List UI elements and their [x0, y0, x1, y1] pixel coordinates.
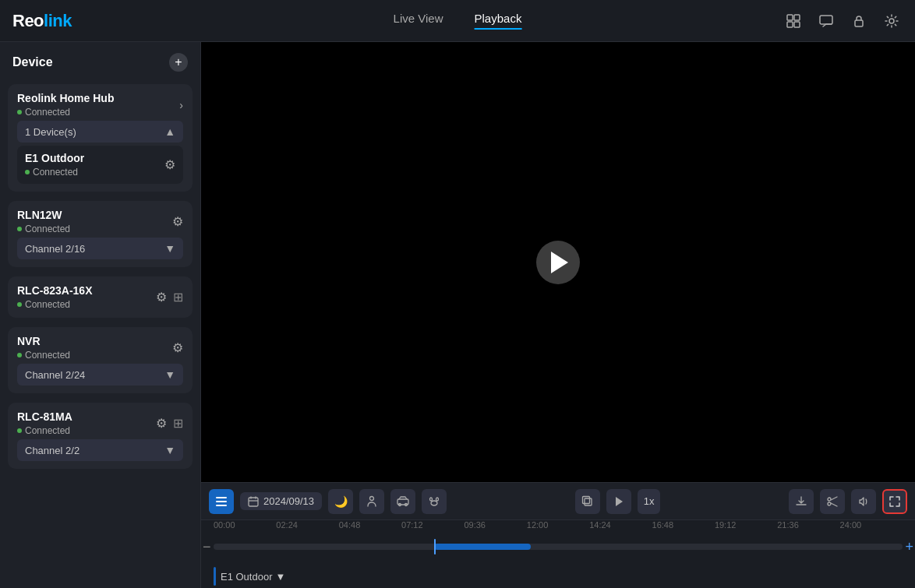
channel-toggle-rln12w[interactable]: Channel 2/16 ▼: [17, 238, 183, 259]
svg-rect-7: [216, 497, 227, 498]
status-dot-rln12w: [17, 227, 22, 231]
tick-6: 14:24: [589, 520, 652, 530]
device-row-nvr: NVR Connected ⚙: [17, 335, 183, 361]
fullscreen-button[interactable]: [882, 489, 907, 514]
tick-3: 07:12: [401, 520, 464, 530]
device-status-nvr: Connected: [17, 350, 70, 361]
sub-devices-toggle[interactable]: 1 Device(s) ▲: [17, 121, 183, 143]
tick-5: 12:00: [527, 520, 589, 530]
list-view-button[interactable]: [209, 489, 234, 514]
play-button[interactable]: [536, 241, 580, 284]
zoom-plus-button[interactable]: +: [905, 539, 913, 555]
device-status-rlc81ma: Connected: [17, 425, 72, 436]
chevron-right-icon[interactable]: ›: [179, 99, 183, 111]
camera-label-row: E1 Outdoor ▼: [201, 564, 915, 586]
device-card-rlc823a: RLC-823A-16X Connected ⚙ ⊞: [8, 276, 193, 318]
svg-rect-9: [216, 505, 227, 506]
svg-rect-19: [582, 496, 589, 503]
lock-icon[interactable]: [848, 10, 870, 32]
svg-rect-0: [787, 15, 793, 20]
sidebar: Device + Reolink Home Hub Connected › 1 …: [0, 42, 201, 588]
multiview-icon[interactable]: [783, 10, 804, 32]
device-name-rlc823a: RLC-823A-16X: [17, 284, 92, 297]
main: Device + Reolink Home Hub Connected › 1 …: [0, 42, 915, 588]
tick-7: 16:48: [652, 520, 715, 530]
video-area: 2024/09/13 🌙: [201, 42, 915, 588]
svg-rect-10: [249, 498, 258, 506]
timeline-cursor: [434, 539, 436, 555]
volume-button[interactable]: [851, 489, 876, 514]
zoom-minus-button[interactable]: −: [203, 539, 211, 555]
svg-rect-4: [820, 16, 832, 24]
svg-point-16: [430, 498, 433, 501]
date-picker[interactable]: 2024/09/13: [240, 492, 322, 510]
sub-device-name-e1: E1 Outdoor: [25, 152, 84, 164]
channel-label-nvr: Channel 2/24: [25, 369, 85, 381]
gear-icon-nvr[interactable]: ⚙: [172, 340, 183, 355]
chevron-down-icon-rln12w[interactable]: ▼: [164, 242, 175, 255]
svg-point-20: [828, 498, 831, 501]
device-card-rln12w: RLN12W Connected ⚙ Channel 2/16 ▼: [8, 201, 193, 267]
controls-bar: 2024/09/13 🌙: [201, 482, 915, 519]
camera-name: E1 Outdoor: [221, 571, 273, 583]
play-triangle-icon: [551, 252, 568, 273]
timeline-ticks: 00:00 02:24 04:48 07:12 09:36 12:00 14:2…: [201, 520, 915, 530]
svg-point-17: [436, 498, 439, 501]
gear-icon-rlc823a[interactable]: ⚙: [156, 290, 167, 305]
tick-0: 00:00: [214, 520, 276, 530]
tick-1: 02:24: [276, 520, 338, 530]
svg-rect-8: [216, 501, 227, 502]
scissors-button[interactable]: [820, 489, 845, 514]
tab-live-view[interactable]: Live View: [394, 12, 443, 30]
device-card-rlc81ma: RLC-81MA Connected ⚙ ⊞ Channel 2/2 ▼: [8, 403, 193, 469]
timeline-area[interactable]: 00:00 02:24 04:48 07:12 09:36 12:00 14:2…: [201, 519, 915, 588]
tab-playback[interactable]: Playback: [475, 12, 522, 30]
svg-rect-3: [794, 22, 800, 27]
gear-icon-rln12w[interactable]: ⚙: [172, 214, 183, 229]
gear-icon-rlc81ma[interactable]: ⚙: [156, 416, 167, 431]
tick-8: 19:12: [715, 520, 777, 530]
speed-label: 1x: [644, 495, 655, 507]
chevron-down-icon-rlc81ma[interactable]: ▼: [164, 444, 175, 456]
chevron-up-icon[interactable]: ▲: [164, 125, 175, 138]
device-row-rlc81ma: RLC-81MA Connected ⚙ ⊞: [17, 410, 183, 436]
vehicle-filter-button[interactable]: [390, 489, 415, 514]
svg-point-15: [431, 501, 437, 505]
speed-button[interactable]: 1x: [638, 489, 661, 514]
header: Reolink Live View Playback: [0, 0, 915, 42]
night-filter-button[interactable]: 🌙: [328, 489, 353, 514]
chat-icon[interactable]: [815, 10, 837, 32]
camera-dropdown-icon[interactable]: ▼: [276, 571, 286, 583]
timeline-track[interactable]: [214, 544, 903, 550]
toggle-icon-rlc823a[interactable]: ⊞: [173, 290, 183, 305]
device-status-rlc823a: Connected: [17, 299, 92, 310]
logo: Reolink: [12, 11, 72, 31]
person-filter-button[interactable]: [359, 489, 384, 514]
add-device-button[interactable]: +: [169, 53, 188, 72]
svg-rect-2: [787, 22, 793, 27]
camera-label[interactable]: E1 Outdoor ▼: [221, 571, 285, 583]
header-icons: [783, 10, 903, 32]
svg-point-21: [828, 502, 831, 505]
toggle-icon-rlc81ma[interactable]: ⊞: [173, 416, 183, 431]
tick-10: 24:00: [840, 520, 903, 530]
channel-toggle-nvr[interactable]: Channel 2/24 ▼: [17, 364, 183, 386]
status-dot-nvr: [17, 353, 22, 357]
playback-play-button[interactable]: [606, 489, 631, 514]
sidebar-header: Device +: [0, 42, 200, 79]
gear-icon-e1[interactable]: ⚙: [164, 157, 175, 172]
device-status-rln12w: Connected: [17, 224, 70, 234]
sidebar-title: Device: [12, 55, 53, 69]
device-name-nvr: NVR: [17, 335, 70, 347]
device-row-rln12w: RLN12W Connected ⚙: [17, 209, 183, 234]
device-name-home-hub: Reolink Home Hub: [17, 92, 114, 104]
chevron-down-icon-nvr[interactable]: ▼: [164, 368, 175, 381]
status-dot-e1: [25, 170, 30, 174]
channel-toggle-rlc81ma[interactable]: Channel 2/2 ▼: [17, 439, 183, 461]
pet-filter-button[interactable]: [422, 489, 447, 514]
download-button[interactable]: [789, 489, 814, 514]
multi-copy-button[interactable]: [575, 489, 600, 514]
sub-device-status-e1: Connected: [25, 167, 84, 178]
video-player[interactable]: [201, 42, 915, 482]
settings-icon[interactable]: [881, 10, 903, 32]
